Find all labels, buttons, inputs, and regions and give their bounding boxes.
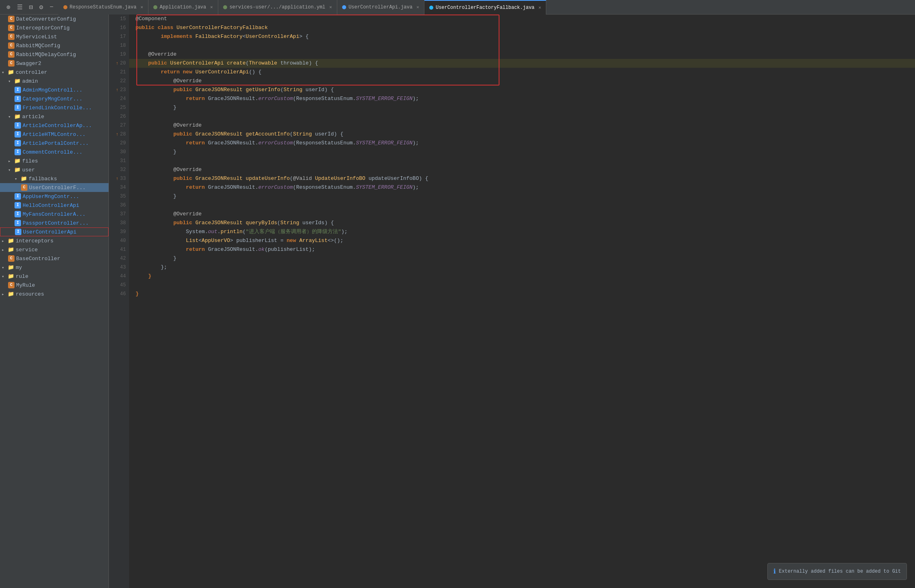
sidebar-item-AppUserMngContr[interactable]: I AppUserMngContr... [0, 192, 109, 201]
tab-close-icon[interactable]: ✕ [539, 5, 541, 10]
sidebar-item-label: user [22, 167, 107, 173]
code-line-44: } [129, 272, 915, 281]
sidebar-item-admin[interactable]: ▾ 📁 admin [0, 77, 109, 85]
tab-split-icon[interactable]: ⊟ [27, 2, 35, 12]
tab-back-icon[interactable]: ⊕ [5, 2, 12, 12]
sidebar-item-RabbitMQDelayConfig[interactable]: C RabbitMQDelayConfig [0, 50, 109, 59]
annotation-component: @Component [136, 15, 167, 23]
class-name: UserControllerFactoryFallback [176, 23, 267, 32]
tab-label: ResponseStatusEnum.java [70, 4, 137, 10]
folder-icon: 📁 [8, 238, 14, 244]
sidebar-item-service[interactable]: ▸ 📁 service [0, 245, 109, 254]
sidebar-item-InterceptorConfig[interactable]: C InterceptorConfig [0, 23, 109, 32]
tab-application-yml[interactable]: services-user/.../application.yml ✕ [218, 0, 337, 15]
tab-UserControllerApi[interactable]: UserControllerApi.java ✕ [337, 0, 424, 15]
sidebar-item-label: MyServiceList [16, 34, 107, 40]
folder-icon: 📁 [8, 69, 14, 75]
sidebar-item-RabbitMQConfig[interactable]: C RabbitMQConfig [0, 41, 109, 50]
sidebar-item-FriendLinkControll[interactable]: I FriendLinkControlle... [0, 103, 109, 112]
string-chinese: "进入客户端（服务调用者）的降级方法" [246, 227, 341, 236]
sidebar-item-DateConverterConfig[interactable]: C DateConverterConfig [0, 15, 109, 23]
sidebar-item-files[interactable]: ▸ 📁 files [0, 156, 109, 165]
tab-dot [429, 6, 433, 10]
sidebar-item-Swagger2[interactable]: C Swagger2 [0, 59, 109, 68]
kw-class: class [158, 23, 173, 32]
sidebar-item-PassportController[interactable]: I PassportController... [0, 219, 109, 227]
sidebar-item-UserControllerF[interactable]: C UserControllerF... [0, 183, 109, 192]
sidebar-item-interceptors[interactable]: ▸ 📁 interceptors [0, 236, 109, 245]
annotation-override-1: @Override [148, 50, 176, 59]
sidebar-item-my[interactable]: ▾ 📁 my [0, 263, 109, 272]
tab-close-icon[interactable]: ✕ [140, 4, 143, 10]
notification-bar[interactable]: ℹ Externally added files can be added to… [767, 563, 907, 580]
folder-icon: 📁 [8, 273, 14, 279]
sidebar-item-article[interactable]: ▾ 📁 article [0, 112, 109, 121]
sidebar-item-label: HelloControllerApi [23, 202, 107, 209]
sidebar-item-rule[interactable]: ▾ 📁 rule [0, 272, 109, 281]
line-num-29: 29 [112, 139, 126, 148]
class-badge: C [8, 25, 15, 31]
sidebar-item-UserControllerApi[interactable]: I UserControllerApi [0, 227, 109, 236]
code-line-41: return GraceJSONResult. ok (publisherLis… [129, 245, 915, 254]
tab-close-icon[interactable]: ✕ [416, 4, 419, 10]
line-num-18: 18 [112, 41, 126, 50]
sidebar-item-MyServiceList[interactable]: C MyServiceList [0, 32, 109, 41]
tab-dot [223, 5, 227, 9]
line-num-26: 26 [112, 112, 126, 121]
line-num-41: 41 [112, 245, 126, 254]
tab-nav-icon[interactable]: ☰ [15, 2, 24, 12]
sidebar-item-MyFansControllerA[interactable]: I MyFansControllerA... [0, 210, 109, 219]
sidebar-item-ArticleControllerAp[interactable]: I ArticleControllerAp... [0, 121, 109, 130]
code-editor-area[interactable]: 15 16 17 18 19 ↑20 21 22 ↑23 24 25 26 27… [109, 15, 915, 588]
code-line-39: System. out . println ( "进入客户端（服务调用者）的降级… [129, 227, 915, 236]
sidebar-item-label: InterceptorConfig [16, 25, 107, 31]
code-line-35: } [129, 192, 915, 201]
sidebar-item-HelloControllerApi[interactable]: I HelloControllerApi [0, 201, 109, 210]
tab-ResponseStatusEnum[interactable]: ResponseStatusEnum.java ✕ [58, 0, 148, 15]
sidebar-item-CategoryMngContr[interactable]: I CategoryMngContr... [0, 94, 109, 103]
code-line-36 [129, 201, 915, 210]
sidebar-item-BaseController[interactable]: C BaseController [0, 254, 109, 263]
interface-badge: I [15, 104, 21, 111]
sidebar-item-CommentController[interactable]: I CommentControlle... [0, 148, 109, 156]
tab-close-icon[interactable]: ✕ [329, 4, 332, 10]
folder-icon: 📁 [21, 175, 27, 182]
tab-settings-icon[interactable]: ⚙ [38, 2, 45, 12]
line-num-44: 44 [112, 272, 126, 281]
class-badge: C [21, 184, 27, 191]
tab-UserControllerFactoryFallback[interactable]: UserControllerFactoryFallback.java ✕ [424, 0, 546, 15]
sidebar-item-ArticlePortalContr[interactable]: I ArticlePortalContr... [0, 139, 109, 148]
folder-arrow-icon: ▸ [2, 292, 6, 297]
folder-icon: 📁 [8, 291, 14, 297]
code-line-18 [129, 41, 915, 50]
sidebar-item-label: ArticlePortalContr... [23, 140, 107, 146]
sidebar-item-MyRule[interactable]: C MyRule [0, 281, 109, 290]
implements-type: FallbackFactory [195, 32, 242, 41]
line-num-28: ↑28 [112, 130, 126, 139]
folder-icon: 📁 [8, 246, 14, 253]
folder-arrow-icon: ▸ [2, 247, 6, 252]
tab-close-icon[interactable]: ✕ [210, 4, 213, 10]
sidebar-item-AdminMngController[interactable]: I AdminMngControll... [0, 85, 109, 94]
line-num-37: 37 [112, 210, 126, 219]
sidebar-item-controller[interactable]: ▾ 📁 controller [0, 68, 109, 77]
sidebar-item-fallbacks[interactable]: ▾ 📁 fallbacks [0, 174, 109, 183]
code-line-29: return GraceJSONResult. errorCustom (Res… [129, 139, 915, 148]
sidebar-item-label: my [16, 265, 107, 271]
tab-label: UserControllerFactoryFallback.java [436, 5, 535, 10]
line-num-17: 17 [112, 32, 126, 41]
code-line-45 [129, 281, 915, 290]
code-line-42: } [129, 254, 915, 263]
line-num-30: 30 [112, 148, 126, 156]
line-num-31: 31 [112, 156, 126, 165]
sidebar-item-ArticleHTMLContr[interactable]: I ArticleHTMLContro... [0, 130, 109, 139]
sidebar-item-resources[interactable]: ▸ 📁 resources [0, 290, 109, 298]
tab-Application[interactable]: Application.java ✕ [148, 0, 218, 15]
sidebar-item-label: fallbacks [29, 176, 107, 182]
tab-minimize-icon[interactable]: − [48, 3, 55, 12]
sidebar-item-label: BaseController [16, 256, 107, 262]
notification-text: Externally added files can be added to G… [779, 569, 901, 574]
class-badge: C [8, 282, 15, 288]
sidebar-item-user[interactable]: ▾ 📁 user [0, 165, 109, 174]
folder-arrow-icon: ▾ [15, 176, 19, 181]
